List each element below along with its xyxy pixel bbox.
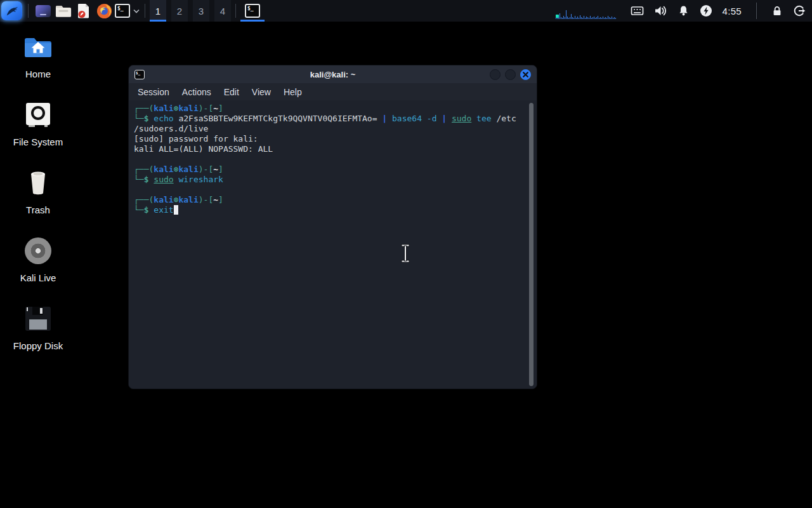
- panel-separator: [28, 4, 29, 18]
- workspace-button-4[interactable]: 4: [214, 0, 231, 22]
- close-icon: [523, 72, 528, 77]
- desktop-icon-list: Home File System Trash Kali Live: [5, 30, 71, 370]
- terminal-text-segment: └─: [134, 205, 144, 215]
- graph-bar: [609, 17, 610, 19]
- window-titlebar[interactable]: $_ kali@kali: ~: [129, 65, 537, 83]
- graph-bar: [581, 17, 582, 19]
- menu-help[interactable]: Help: [277, 87, 308, 97]
- terminal-text-segment: |: [382, 114, 392, 123]
- terminal-line: └─$ echo a2FsaSBBTEw9KEFMTCkgTk9QQVNTV0Q…: [134, 114, 524, 124]
- window-title: kali@kali: ~: [129, 70, 537, 79]
- power-manager-icon[interactable]: [700, 4, 712, 17]
- logout-icon[interactable]: [793, 4, 806, 17]
- graph-bar: [608, 16, 608, 19]
- terminal-text-segment: kali: [154, 195, 173, 204]
- maximize-button[interactable]: [505, 69, 516, 80]
- graph-bar: [563, 16, 564, 19]
- terminal-line: └─$ exit: [134, 205, 524, 215]
- graph-bar: [577, 17, 578, 19]
- terminal-text-segment: kali ALL=(ALL) NOPASSWD: ALL: [134, 144, 273, 154]
- terminal-line: kali ALL=(ALL) NOPASSWD: ALL: [134, 144, 524, 154]
- terminal-text-segment: wireshark: [178, 175, 223, 184]
- notifications-bell-icon[interactable]: [678, 4, 690, 17]
- graph-bar: [582, 18, 583, 19]
- close-button[interactable]: [520, 69, 531, 80]
- terminal-text-segment: kali: [154, 104, 173, 113]
- terminal-window: $_ kali@kali: ~ SessionActionsEditViewHe…: [128, 65, 537, 389]
- terminal-line: [sudo] password for kali:: [134, 134, 524, 144]
- desktop-icon-file-system[interactable]: File System: [5, 98, 71, 147]
- graph-bar: [573, 18, 574, 19]
- firefox-icon: [96, 3, 112, 19]
- desktop-icon-label: Kali Live: [20, 272, 56, 283]
- terminal-scrollbar[interactable]: [529, 103, 534, 386]
- graph-bar: [612, 17, 612, 19]
- graph-bar: [562, 18, 563, 19]
- menu-edit[interactable]: Edit: [218, 87, 246, 97]
- desktop-icon: [36, 5, 51, 17]
- firefox-launcher[interactable]: [95, 1, 114, 20]
- graph-bar: [572, 17, 573, 19]
- graph-bar: [614, 17, 615, 19]
- menu-actions[interactable]: Actions: [176, 87, 218, 97]
- graph-bar: [575, 16, 575, 19]
- terminal-text-segment: echo: [154, 114, 178, 123]
- terminal-text-segment: ┌──(: [134, 164, 154, 174]
- workspace-switcher: 1234: [150, 0, 231, 22]
- lock-screen-icon[interactable]: [771, 4, 783, 17]
- desktop-settings-launcher[interactable]: [34, 1, 53, 20]
- mouse-cursor-ibeam: [400, 244, 410, 265]
- terminal-text-segment: a2FsaSBBTEw9KEFMTCkgTk9QQVNTV0Q6IEFMTAo=: [178, 114, 382, 123]
- text-editor-launcher[interactable]: [74, 1, 93, 20]
- terminal-line: ┌──(kali⊛kali)-[~]: [134, 164, 524, 175]
- file-manager-launcher[interactable]: [54, 1, 73, 20]
- minimize-button[interactable]: [490, 69, 501, 80]
- graph-bar: [587, 17, 588, 19]
- terminal-text-segment: /sudoers.d/live: [134, 124, 208, 133]
- terminal-line: [134, 154, 524, 164]
- volume-icon[interactable]: [654, 4, 667, 17]
- graph-bar: [589, 18, 589, 19]
- graph-bar: [557, 18, 558, 19]
- workspace-button-2[interactable]: 2: [171, 0, 188, 22]
- clock[interactable]: 4:55: [723, 6, 742, 17]
- graph-bar: [613, 18, 613, 19]
- menu-view[interactable]: View: [246, 87, 277, 97]
- terminal-text-segment: └─: [134, 114, 144, 123]
- graph-bar: [590, 16, 591, 19]
- terminal-text-segment: ~: [213, 164, 218, 174]
- graph-bar: [594, 17, 594, 19]
- network-monitor-graph[interactable]: [556, 1, 622, 20]
- terminal-text-segment: $: [144, 205, 154, 215]
- terminal-text-segment: [174, 205, 179, 215]
- workspace-button-3[interactable]: 3: [193, 0, 209, 22]
- terminal-text-segment: ~: [213, 104, 218, 113]
- terminal-text-segment: kali: [178, 195, 198, 204]
- terminal-text-segment: |: [442, 114, 452, 123]
- terminal-launcher[interactable]: $_: [115, 1, 140, 20]
- terminal-text-segment: )-[: [199, 104, 213, 113]
- graph-bar: [605, 17, 606, 19]
- taskbar-window-button-terminal[interactable]: $_: [240, 0, 265, 22]
- terminal-line: ┌──(kali⊛kali)-[~]: [134, 104, 524, 114]
- terminal-text-segment: ]: [218, 195, 223, 204]
- terminal-content[interactable]: ┌──(kali⊛kali)-[~]└─$ echo a2FsaSBBTEw9K…: [129, 100, 537, 389]
- menu-session[interactable]: Session: [131, 87, 176, 97]
- terminal-text-segment: base64: [392, 114, 427, 123]
- graph-bar: [570, 17, 570, 19]
- graph-bar: [566, 10, 566, 19]
- desktop-icon-trash[interactable]: Trash: [5, 166, 71, 215]
- file-system-drive-icon: [25, 102, 51, 128]
- graph-bar: [560, 13, 560, 19]
- desktop-icon-home[interactable]: Home: [5, 30, 71, 79]
- window-terminal-icon: $_: [134, 70, 145, 79]
- panel-separator: [235, 4, 236, 18]
- desktop-icon-floppy-disk[interactable]: Floppy Disk: [5, 302, 71, 351]
- graph-bar: [601, 18, 602, 19]
- terminal-text-segment: ┌──(: [134, 195, 154, 204]
- keyboard-icon[interactable]: [631, 4, 644, 17]
- terminal-text-segment: ]: [218, 104, 223, 113]
- workspace-button-1[interactable]: 1: [150, 0, 166, 22]
- desktop-icon-kali-live[interactable]: Kali Live: [5, 234, 71, 283]
- applications-menu-button[interactable]: [1, 1, 22, 20]
